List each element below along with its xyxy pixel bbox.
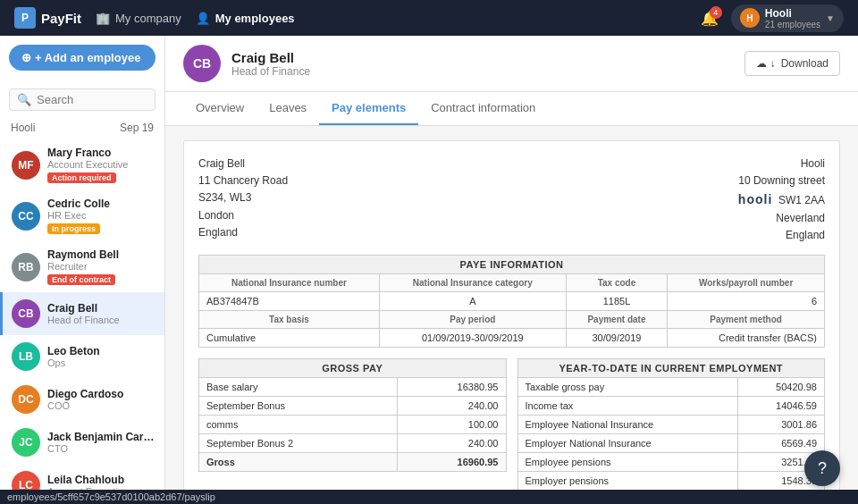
ytd-income-tax-label: Income tax <box>517 397 738 416</box>
employee-info: Jack Benjamin Carter CTO <box>47 431 156 454</box>
ni-category-value: A <box>379 292 566 311</box>
employee-name: Diego Cardoso <box>47 388 156 400</box>
my-employees-label: My employees <box>215 12 295 25</box>
pay-period-header: Pay period <box>379 311 566 329</box>
sidebar-item-employee-5[interactable]: LB Leo Beton Ops <box>0 335 164 378</box>
help-button[interactable]: ? <box>804 450 840 486</box>
app-logo[interactable]: P PayFit <box>14 7 81 29</box>
add-employee-button[interactable]: ⊕ + Add an employee <box>9 45 156 71</box>
employee-role: HR Exec <box>47 210 156 221</box>
tab-contract-information[interactable]: Contract information <box>418 92 548 125</box>
company-name: Hooli <box>738 155 825 172</box>
payslip-card: Craig Bell 11 Chancery Road S234, WL3 Lo… <box>183 140 840 504</box>
gross-item-sep-bonus2-label: September Bonus 2 <box>199 434 398 453</box>
gross-pay-section-title: GROSS PAY <box>199 359 507 378</box>
employee-header-name: Craig Bell <box>231 50 310 65</box>
group-name: Hooli <box>11 122 35 134</box>
avatar: DC <box>12 385 40 414</box>
tabs-bar: Overview Leaves Pay elements Contract in… <box>165 92 858 126</box>
people-icon: 👤 <box>196 12 210 25</box>
my-employees-nav[interactable]: 👤 My employees <box>196 12 295 25</box>
ytd-income-tax-value: 14046.59 <box>738 397 825 416</box>
notifications-button[interactable]: 🔔 4 <box>701 10 719 27</box>
sidebar: ⊕ + Add an employee 🔍 Hooli Sep 19 MF Ma… <box>0 36 165 504</box>
ytd-employer-ni-label: Employer National Insurance <box>517 434 738 453</box>
search-area: 🔍 <box>0 80 164 116</box>
address-row: Craig Bell 11 Chancery Road S234, WL3 Lo… <box>198 155 825 244</box>
topnav-right-area: 🔔 4 H Hooli 21 employees ▼ <box>701 4 844 32</box>
top-navigation: P PayFit 🏢 My company 👤 My employees 🔔 4… <box>0 0 858 36</box>
search-icon: 🔍 <box>17 93 31 106</box>
ytd-section-title: YEAR-TO-DATE in current employment <box>517 359 825 378</box>
avatar: CC <box>12 202 40 231</box>
emp-addr-line1: 11 Chancery Road <box>198 172 288 189</box>
search-input[interactable] <box>37 93 147 106</box>
my-company-nav[interactable]: 🏢 My company <box>96 12 181 25</box>
gross-item-comms-label: comms <box>199 416 398 434</box>
sidebar-item-employee-2[interactable]: CC Cedric Colle HR Exec In progress <box>0 190 164 241</box>
sidebar-item-employee-7[interactable]: JC Jack Benjamin Carter CTO <box>0 421 164 464</box>
employee-header: CB Craig Bell Head of Finance ☁ ↓ Downlo… <box>165 36 858 92</box>
emp-addr-city: London <box>198 207 288 224</box>
ytd-table: YEAR-TO-DATE in current employment Taxab… <box>517 358 826 491</box>
employee-role: CTO <box>47 443 156 454</box>
user-info: Hooli 21 employees <box>765 7 820 29</box>
gross-item-base-salary-label: Base salary <box>199 378 398 397</box>
payment-date-header: Payment date <box>566 311 667 329</box>
gross-item-sep-bonus-label: September Bonus <box>199 397 398 416</box>
employee-info: Raymond Bell Recruiter End of contract <box>47 248 156 285</box>
app-body: ⊕ + Add an employee 🔍 Hooli Sep 19 MF Ma… <box>0 36 858 504</box>
gross-item-base-salary-value: 16380.95 <box>397 378 506 397</box>
employee-list: MF Mary Franco Account Executive Action … <box>0 139 164 504</box>
payslip-container: Craig Bell 11 Chancery Road S234, WL3 Lo… <box>165 126 858 504</box>
emp-addr-name: Craig Bell <box>198 155 288 172</box>
hooli-logo: hooli SW1 2AA <box>738 189 825 209</box>
company-addr-city: Neverland <box>738 210 825 227</box>
avatar: H <box>740 8 760 28</box>
status-badge: In progress <box>47 223 100 234</box>
employee-role: Account Executive <box>47 159 156 170</box>
add-employee-label: + Add an employee <box>35 51 140 64</box>
ytd-employer-ni-value: 6569.49 <box>738 434 825 453</box>
ni-number-header: National Insurance number <box>199 274 380 292</box>
search-box: 🔍 <box>9 88 156 111</box>
employee-name: Leo Beton <box>47 345 156 357</box>
avatar: LB <box>12 342 40 371</box>
sidebar-item-employee-3[interactable]: RB Raymond Bell Recruiter End of contrac… <box>0 241 164 292</box>
payment-method-header: Payment method <box>668 311 825 329</box>
gross-item-sep-bonus2-value: 240.00 <box>397 434 506 453</box>
employee-name: Craig Bell <box>47 302 156 315</box>
group-date: Sep 19 <box>120 122 154 134</box>
payment-date-value: 30/09/2019 <box>566 329 667 348</box>
company-addr-line2: SW1 2AA <box>778 194 825 206</box>
employee-avatar-large: CB <box>183 45 221 82</box>
status-url: employees/5cff657c9e537d0100ab2d67/paysl… <box>7 491 215 502</box>
ytd-taxable-gross-label: Taxable gross pay <box>517 378 738 397</box>
ytd-emp-ni-value: 3001.86 <box>738 416 825 434</box>
gross-pay-col: GROSS PAY Base salary 16380.95 September… <box>198 358 507 501</box>
download-button[interactable]: ☁ ↓ Download <box>744 51 840 76</box>
employee-role: Recruiter <box>47 261 156 272</box>
avatar: RB <box>12 253 40 281</box>
status-bar: employees/5cff657c9e537d0100ab2d67/paysl… <box>0 490 858 504</box>
sidebar-item-employee-6[interactable]: DC Diego Cardoso COO <box>0 378 164 421</box>
employee-info: Diego Cardoso COO <box>47 388 156 411</box>
chevron-down-icon: ▼ <box>826 13 835 23</box>
employee-name: Raymond Bell <box>47 248 156 261</box>
sidebar-group-header: Hooli Sep 19 <box>0 116 164 139</box>
pay-period-value: 01/09/2019-30/09/2019 <box>379 329 566 348</box>
company-address: Hooli 10 Downing street hooli SW1 2AA Ne… <box>738 155 825 244</box>
employee-role: COO <box>47 400 156 411</box>
gross-item-sep-bonus-value: 240.00 <box>397 397 506 416</box>
employee-role: Ops <box>47 357 156 368</box>
tab-overview[interactable]: Overview <box>183 92 257 125</box>
ytd-emp-pension-label: Employee pensions <box>517 453 738 472</box>
user-menu-button[interactable]: H Hooli 21 employees ▼ <box>731 4 844 32</box>
sidebar-item-employee-1[interactable]: MF Mary Franco Account Executive Action … <box>0 139 164 190</box>
sidebar-item-employee-4[interactable]: CB Craig Bell Head of Finance <box>0 292 164 335</box>
tab-pay-elements[interactable]: Pay elements <box>319 92 418 125</box>
employee-header-info: Craig Bell Head of Finance <box>231 50 310 78</box>
employee-info: Cedric Colle HR Exec In progress <box>47 197 156 234</box>
employee-info: Craig Bell Head of Finance <box>47 302 156 325</box>
tab-leaves[interactable]: Leaves <box>257 92 319 125</box>
